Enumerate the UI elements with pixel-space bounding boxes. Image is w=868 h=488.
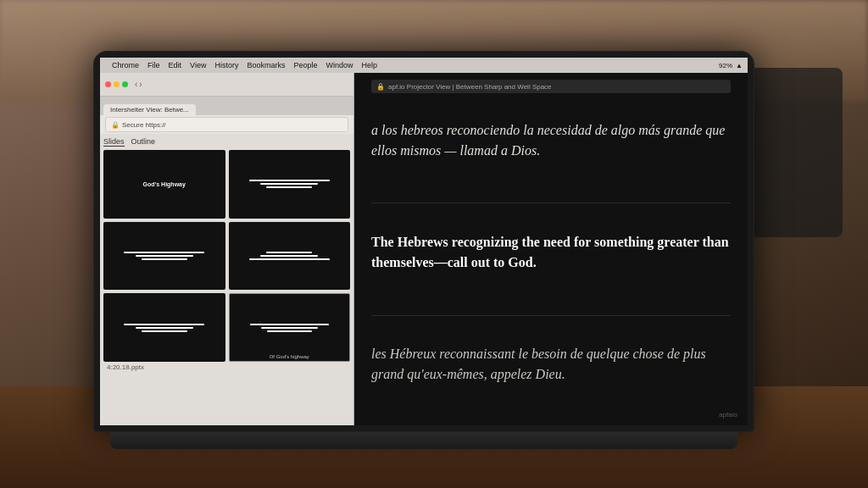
menu-people[interactable]: People [293, 61, 317, 69]
close-button[interactable] [105, 81, 111, 87]
chrome-tab-bar: Intershelter View: Betwe... [100, 97, 353, 115]
spanish-text: a los hebreos reconociendo la necesidad … [371, 120, 731, 161]
lock-icon: 🔒 [111, 121, 120, 129]
chrome-browser-panel: ‹ › Intershelter View: Betwe... 🔒 Secure… [100, 73, 354, 425]
menu-bookmarks[interactable]: Bookmarks [247, 61, 285, 69]
slide-decoration [142, 330, 187, 332]
french-text: les Hébreux reconnaissant le besoin de q… [371, 344, 731, 385]
laptop-base [110, 432, 737, 449]
menu-file[interactable]: File [147, 61, 160, 69]
tab-outline[interactable]: Outline [131, 137, 156, 147]
menu-edit[interactable]: Edit [169, 61, 182, 69]
slides-tabs: Slides Outline [103, 137, 350, 147]
navigation-arrows[interactable]: ‹ › [135, 80, 142, 89]
projector-url-bar: 🔒 apf.io Projector View | Between Sharp … [371, 80, 731, 93]
english-section: The Hebrews recognizing the need for som… [371, 232, 731, 273]
url-bar[interactable]: 🔒 Secure https:// [105, 117, 348, 132]
slide-thumbnail-1[interactable]: God's Highway [103, 150, 225, 219]
slide-decoration [142, 258, 187, 260]
slide-decoration [249, 258, 330, 260]
menu-bar-items: Chrome File Edit View History Bookmarks … [112, 61, 377, 69]
main-laptop: Chrome File Edit View History Bookmarks … [93, 51, 754, 449]
menubar-status: 92% ▲ [719, 62, 743, 69]
wifi-icon: ▲ [736, 62, 743, 69]
slide-label: Of God's highway [270, 354, 309, 359]
menu-help[interactable]: Help [361, 61, 377, 69]
slide-thumbnail-6[interactable]: Of God's highway [229, 293, 351, 362]
slide-thumbnail-3[interactable] [103, 222, 225, 291]
menu-chrome[interactable]: Chrome [112, 61, 139, 69]
slide-decoration [260, 255, 318, 257]
menu-window[interactable]: Window [326, 61, 353, 69]
macos-menubar: Chrome File Edit View History Bookmarks … [100, 58, 748, 73]
slide-decoration [260, 183, 318, 185]
projector-content: a los hebreos reconociendo la necesidad … [371, 100, 731, 419]
french-section: les Hébreux reconnaissant le besoin de q… [371, 344, 731, 385]
english-text: The Hebrews recognizing the need for som… [371, 232, 731, 273]
minimize-button[interactable] [114, 81, 120, 87]
traffic-lights [105, 81, 128, 87]
slides-bottom-bar: 4:20.18.pptx [103, 362, 350, 373]
presentation-name: 4:20.18.pptx [107, 363, 144, 371]
slide-decoration [124, 252, 204, 253]
slide-thumbnail-4[interactable] [229, 222, 351, 291]
projector-url-text: apf.io Projector View | Between Sharp an… [388, 83, 552, 91]
watermark: apfaio [719, 411, 737, 419]
slide-decoration [124, 324, 204, 325]
battery-status: 92% [719, 62, 732, 69]
slide-decoration [267, 330, 312, 332]
slide-decoration [136, 327, 193, 329]
slide-decoration [261, 327, 318, 329]
menu-history[interactable]: History [214, 61, 238, 69]
back-icon[interactable]: ‹ [135, 80, 137, 89]
slide-decoration [250, 324, 329, 325]
laptop-bezel: Chrome File Edit View History Bookmarks … [93, 51, 754, 432]
slides-panel: Slides Outline God's Highway [100, 134, 353, 425]
maximize-button[interactable] [122, 81, 128, 87]
slide-decoration [249, 180, 330, 181]
menu-view[interactable]: View [190, 61, 206, 69]
slide-decoration [266, 252, 312, 253]
url-text[interactable]: Secure https:// [122, 121, 166, 129]
tab-slides[interactable]: Slides [103, 137, 125, 147]
slide-decoration [266, 186, 312, 188]
projector-panel: 🔒 apf.io Projector View | Between Sharp … [354, 73, 748, 425]
divider-2 [371, 315, 731, 316]
slide-decoration [136, 255, 193, 257]
active-tab[interactable]: Intershelter View: Betwe... [103, 104, 196, 115]
lock-icon-proj: 🔒 [376, 83, 385, 91]
slides-grid: God's Highway [103, 150, 350, 362]
slide-title: God's Highway [143, 181, 186, 187]
slide-thumbnail-5[interactable] [103, 293, 225, 362]
divider-1 [371, 202, 731, 203]
forward-icon[interactable]: › [139, 80, 142, 89]
chrome-toolbar: ‹ › [100, 73, 353, 97]
slide-thumbnail-2[interactable] [229, 150, 351, 219]
secondary-laptop [741, 68, 843, 237]
spanish-section: a los hebreos reconociendo la necesidad … [371, 120, 731, 161]
screen-content: ‹ › Intershelter View: Betwe... 🔒 Secure… [100, 73, 748, 425]
